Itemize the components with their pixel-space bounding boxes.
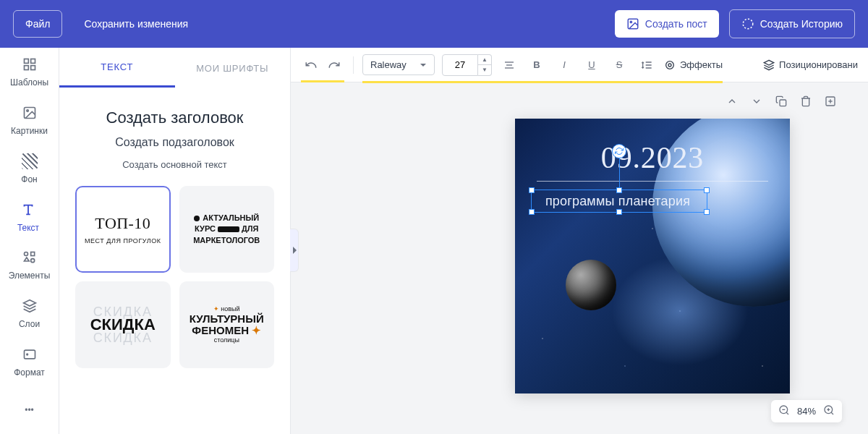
template-text: ✦ новый КУЛЬТУРНЫЙ ФЕНОМЕН ✦ столицы (190, 306, 264, 344)
create-story-label: Создать Историю (760, 18, 843, 30)
text-toolbar: Raleway ▲ ▼ B I U S Эффек (291, 48, 868, 82)
template-card-aktualny[interactable]: АКТУАЛЬНЫЙ КУРСДЛЯ МАРКЕТОЛОГОВ (179, 186, 275, 273)
font-size-input[interactable] (442, 54, 478, 76)
text-template-grid: ТОП-10 МЕСТ ДЛЯ ПРОГУЛОК АКТУАЛЬНЫЙ КУРС… (75, 186, 274, 368)
rail-elements[interactable]: Элементы (0, 241, 59, 289)
create-post-button[interactable]: Создать пост (615, 10, 719, 38)
svg-rect-6 (30, 66, 35, 70)
svg-point-8 (26, 110, 28, 112)
background-icon (21, 153, 38, 170)
svg-point-17 (668, 64, 671, 67)
handle-tl[interactable] (529, 187, 535, 193)
element-action-bar (723, 93, 839, 110)
design-canvas[interactable]: 09.2023 программы планетария (515, 119, 790, 393)
svg-point-18 (666, 61, 674, 69)
layers-icon (21, 297, 38, 315)
canvas-date-text[interactable]: 09.2023 (515, 140, 790, 175)
chevron-down-icon (420, 61, 427, 69)
align-button[interactable] (499, 55, 519, 75)
rail-label: Элементы (9, 271, 51, 281)
delete-button[interactable] (797, 93, 814, 110)
story-icon (741, 17, 754, 30)
undo-button[interactable] (301, 55, 321, 75)
rail-templates[interactable]: Шаблоны (0, 48, 59, 96)
handle-bl[interactable] (529, 209, 535, 215)
tab-my-fonts[interactable]: МОИ ШРИФТЫ (175, 50, 291, 87)
rail-label: Текст (17, 223, 39, 233)
more-icon: ••• (21, 401, 38, 419)
line-height-button[interactable] (637, 55, 657, 75)
layers-icon (763, 59, 775, 71)
rail-text[interactable]: Текст (0, 192, 59, 241)
zoom-out-button[interactable] (778, 404, 790, 418)
italic-button[interactable]: I (554, 55, 574, 75)
size-down[interactable]: ▼ (478, 65, 491, 75)
rail-format[interactable]: Формат (0, 338, 59, 386)
move-up-button[interactable] (723, 93, 741, 110)
template-title: ТОП-10 (95, 214, 150, 233)
create-story-button[interactable]: Создать Историю (729, 9, 855, 38)
main: Шаблоны Картинки Фон Текст Элементы Слои… (0, 48, 868, 434)
zoom-value: 84% (797, 406, 816, 417)
effects-button[interactable]: Эффекты (664, 59, 723, 71)
positioning-label: Позиционировани (779, 59, 858, 70)
template-card-skidka[interactable]: СКИДКА СКИДКА СКИДКА (75, 281, 171, 368)
size-up[interactable]: ▲ (478, 55, 491, 65)
svg-rect-10 (30, 252, 34, 256)
svg-rect-5 (24, 66, 28, 70)
template-text: АКТУАЛЬНЫЙ КУРСДЛЯ МАРКЕТОЛОГОВ (193, 213, 260, 246)
left-rail: Шаблоны Картинки Фон Текст Элементы Слои… (0, 48, 59, 434)
zoom-control: 84% (771, 400, 842, 422)
images-icon (21, 104, 38, 122)
handle-bm[interactable] (616, 209, 622, 215)
add-subheading[interactable]: Создать подзаголовок (75, 136, 274, 149)
rail-label: Картинки (11, 126, 48, 136)
svg-rect-19 (780, 100, 786, 106)
rail-label: Шаблоны (10, 77, 48, 88)
duplicate-button[interactable] (773, 93, 790, 110)
file-button[interactable]: Файл (13, 10, 62, 38)
template-card-top10[interactable]: ТОП-10 МЕСТ ДЛЯ ПРОГУЛОК (75, 186, 171, 273)
format-icon (21, 346, 38, 363)
bold-button[interactable]: B (527, 55, 547, 75)
svg-rect-4 (30, 59, 35, 64)
planet-small (566, 260, 616, 310)
svg-point-13 (26, 354, 27, 355)
handle-tr[interactable] (704, 187, 710, 193)
rail-images[interactable]: Картинки (0, 96, 59, 145)
workspace[interactable]: 09.2023 программы планетария 84% (291, 82, 868, 434)
add-button[interactable] (822, 93, 839, 110)
underline-button[interactable]: U (582, 55, 602, 75)
rail-label: Слои (19, 319, 40, 329)
rail-more[interactable]: ••• (0, 386, 59, 434)
rail-background[interactable]: Фон (0, 145, 59, 193)
template-text: СКИДКА СКИДКА СКИДКА (90, 306, 156, 344)
handle-br[interactable] (704, 209, 710, 215)
handle-tm[interactable] (616, 187, 622, 193)
tab-text[interactable]: ТЕКСТ (59, 48, 175, 88)
canvas-divider (537, 181, 768, 182)
rail-label: Формат (14, 367, 45, 378)
create-post-label: Создать пост (645, 18, 707, 30)
image-icon (626, 17, 639, 30)
add-body-text[interactable]: Создать основной текст (75, 159, 274, 170)
selection-box[interactable] (531, 190, 707, 213)
rail-layers[interactable]: Слои (0, 289, 59, 338)
positioning-button[interactable]: Позиционировани (763, 59, 858, 71)
rotate-line (619, 158, 620, 187)
font-select[interactable]: Raleway (362, 54, 435, 75)
save-button[interactable]: Сохранить изменения (72, 11, 200, 37)
elements-icon (21, 249, 38, 266)
svg-point-11 (30, 259, 34, 263)
template-card-kulturny[interactable]: ✦ новый КУЛЬТУРНЫЙ ФЕНОМЕН ✦ столицы (179, 281, 275, 368)
effects-icon (664, 59, 676, 71)
effects-label: Эффекты (680, 59, 723, 70)
add-heading[interactable]: Создать заголовок (75, 109, 274, 127)
strikethrough-button[interactable]: S (609, 55, 629, 75)
rail-label: Фон (21, 174, 37, 184)
rotate-handle[interactable] (612, 144, 626, 158)
move-down-button[interactable] (748, 93, 765, 110)
zoom-in-button[interactable] (823, 404, 835, 418)
svg-point-9 (24, 252, 27, 256)
redo-button[interactable] (324, 55, 344, 75)
